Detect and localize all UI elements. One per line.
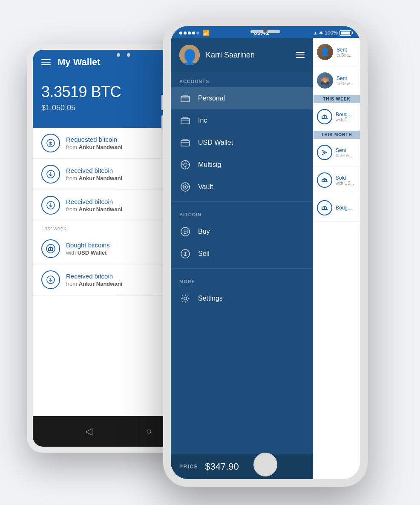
svg-rect-11 (181, 141, 190, 146)
tx-text: Received bitcoin from Ankur Nandwani (66, 198, 122, 212)
back-button[interactable]: ◁ (85, 426, 92, 437)
signal-area: 📶 (179, 30, 210, 36)
tx-text: Received bitcoin from Ankur Nandwani (66, 167, 122, 181)
tx-text: Received bitcoin from Ankur Nandwani (66, 273, 122, 287)
signal-dots (179, 32, 199, 34)
vault-label: Vault (198, 183, 213, 191)
tx-title: Received bitcoin (66, 198, 122, 205)
tx-text: Boug... (336, 205, 352, 211)
battery-bar (339, 30, 351, 36)
tx-title: Bought bitcoins (66, 241, 110, 249)
tx-title: Boug... (336, 205, 352, 211)
tx-sub: to Bria... (337, 53, 352, 57)
svg-point-16 (184, 186, 186, 188)
receive-icon (41, 196, 60, 215)
drawer-item-usd-wallet[interactable]: USD Wallet (171, 132, 313, 154)
bank-icon (41, 239, 60, 258)
tx-title: Sent (337, 47, 352, 53)
svg-rect-5 (48, 248, 49, 250)
svg-rect-6 (50, 248, 51, 250)
list-item[interactable]: Boug... (314, 194, 360, 222)
ios-home-button[interactable] (253, 453, 277, 476)
usd-wallet-label: USD Wallet (198, 139, 233, 146)
tx-title: Sent (337, 75, 353, 81)
tx-text: Sent to Bria... (337, 47, 352, 57)
tx-title: Sent (336, 147, 352, 153)
bitcoin-section-label: BITCOIN (171, 205, 313, 221)
svg-rect-23 (324, 116, 325, 118)
avatar (179, 45, 200, 65)
list-item[interactable]: 🌄 Sent to New... (314, 66, 360, 95)
sell-label: Sell (198, 250, 210, 258)
bitcoin-icon (179, 226, 191, 238)
svg-rect-9 (181, 96, 190, 102)
drawer-menu-icon[interactable] (296, 52, 305, 58)
menu-icon[interactable] (41, 59, 51, 65)
accounts-section-label: ACCOUNTS (171, 72, 313, 87)
drawer-user-header: Karri Saarinen (171, 38, 313, 72)
inc-label: Inc (198, 117, 207, 124)
drawer-item-sell[interactable]: Sell (171, 243, 313, 265)
svg-rect-24 (326, 116, 327, 118)
svg-rect-30 (322, 207, 322, 209)
tx-sub: with US... (336, 181, 354, 186)
tx-text: Boug... with C... (336, 112, 352, 122)
battery-area: ▲ ✱ 100% (313, 30, 351, 36)
personal-label: Personal (198, 95, 225, 102)
home-button[interactable]: ○ (146, 426, 152, 437)
multisig-icon (179, 159, 191, 171)
tx-sub: to an e... (336, 153, 352, 158)
receive-icon (41, 165, 60, 184)
list-item[interactable]: 👤 Sent to Bria... (314, 38, 360, 66)
tx-sub: with USD Wallet (66, 250, 110, 256)
list-item[interactable]: Boug... with C... (314, 103, 360, 131)
price-bar: PRICE $347.90 (171, 454, 313, 479)
drawer-item-settings[interactable]: Settings (171, 287, 313, 310)
wallet-icon (179, 115, 191, 126)
more-section-label: MORE (171, 272, 313, 287)
request-icon (41, 134, 60, 152)
svg-rect-7 (52, 248, 53, 250)
svg-rect-31 (324, 207, 325, 209)
tx-text: Sent to New... (337, 75, 353, 86)
svg-rect-29 (322, 209, 328, 210)
send-icon (317, 145, 332, 160)
tx-sub: from Ankur Nandwani (66, 175, 122, 181)
tx-title: Sold (336, 175, 354, 181)
scene: My Wallet 3.3519 BTC $1,050.05 (18, 18, 402, 487)
bluetooth-icon: ✱ (319, 30, 323, 36)
this-week-badge: THIS WEEK (314, 95, 360, 103)
settings-label: Settings (198, 295, 223, 302)
right-panel: 👤 Sent to Bria... 🌄 Sent to New... (313, 38, 360, 479)
drawer-item-personal[interactable]: Personal (171, 87, 313, 109)
tx-text: Bought bitcoins with USD Wallet (66, 241, 110, 256)
list-item[interactable]: Sold with US... (314, 166, 360, 194)
tx-text: Sold with US... (336, 175, 354, 186)
list-item[interactable]: Sent to an e... (314, 139, 360, 166)
ios-phone: 📶 09:41 ▲ ✱ 100% (163, 18, 368, 487)
wifi-icon: 📶 (203, 30, 210, 36)
drawer-item-vault[interactable]: Vault (171, 176, 313, 198)
svg-rect-27 (324, 180, 325, 181)
tx-text: Sent to an e... (336, 147, 352, 158)
battery-percent: 100% (325, 30, 338, 36)
wallet-title: My Wallet (58, 57, 101, 68)
receive-icon (41, 270, 60, 289)
svg-rect-26 (322, 180, 322, 181)
ios-screen: 📶 09:41 ▲ ✱ 100% (171, 26, 360, 479)
svg-rect-21 (322, 118, 328, 119)
tx-sub: from Ankur Nandwani (66, 206, 122, 212)
svg-point-19 (184, 297, 187, 300)
tx-title: Received bitcoin (66, 273, 122, 280)
svg-rect-25 (322, 181, 328, 182)
tx-sub: with C... (336, 118, 352, 122)
this-month-badge: THIS MONTH (314, 131, 360, 139)
svg-rect-32 (326, 207, 327, 209)
tx-title: Received bitcoin (66, 167, 122, 174)
tx-sub: from Ankur Nandwani (66, 144, 122, 150)
drawer-item-inc[interactable]: Inc (171, 109, 313, 132)
drawer-item-multisig[interactable]: Multisig (171, 154, 313, 176)
ios-camera (263, 29, 268, 33)
bank-icon (317, 109, 332, 124)
drawer-item-buy[interactable]: Buy (171, 221, 313, 243)
